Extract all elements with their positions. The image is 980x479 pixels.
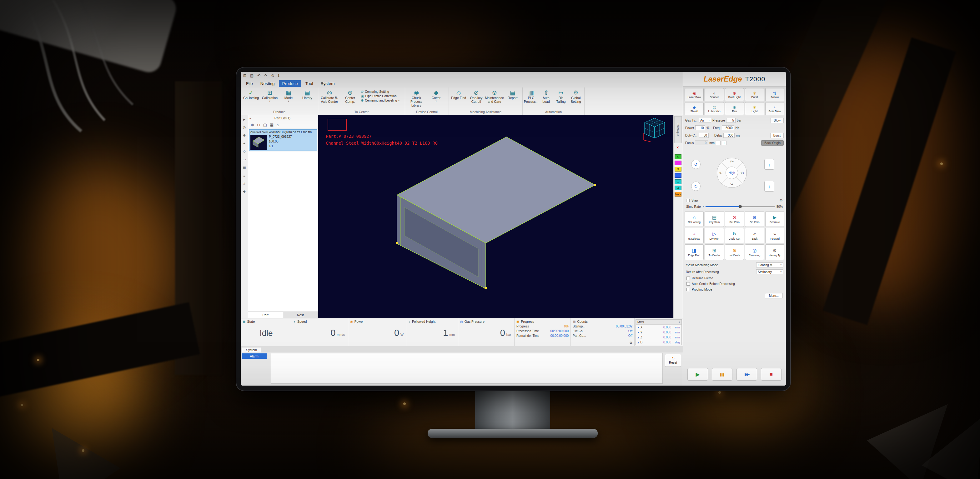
menu-system[interactable]: System bbox=[317, 80, 338, 87]
freq-input[interactable]: 5000 bbox=[722, 125, 734, 130]
manual-center-button[interactable]: ⊕ual Cente bbox=[725, 244, 744, 260]
pilot-light-button[interactable]: ⊕Pilot Light bbox=[725, 88, 744, 101]
close-icon[interactable]: × bbox=[676, 145, 679, 150]
layer-chip[interactable]: L1 bbox=[675, 186, 681, 190]
stop-button[interactable]: ■ bbox=[761, 368, 781, 381]
key-sample-button[interactable]: ▤Key Sam bbox=[705, 211, 724, 227]
start-button[interactable]: ▶ bbox=[687, 368, 708, 381]
layer-chip[interactable]: S bbox=[675, 167, 681, 171]
more-button[interactable]: More... bbox=[765, 293, 783, 298]
check-part-icon[interactable]: ⊙ bbox=[257, 122, 260, 127]
cycle-cut-button[interactable]: ↻Cycle Cut bbox=[725, 228, 744, 243]
view-cube[interactable] bbox=[641, 116, 668, 143]
chuck-process-library-button[interactable]: ◉ Chuck Process Library bbox=[406, 88, 426, 107]
layer-chip[interactable]: L bbox=[675, 154, 681, 159]
shield-button[interactable]: ◆Shield bbox=[685, 102, 704, 115]
dis-tailing-button[interactable]: ↦ Dis Tailing bbox=[554, 88, 568, 104]
redo-icon[interactable]: ↷ bbox=[264, 73, 267, 78]
forward-button[interactable]: »Forward bbox=[765, 228, 784, 243]
app-icon[interactable]: ⊞ bbox=[243, 73, 246, 78]
tab-alarm[interactable]: Alarm bbox=[242, 354, 267, 359]
tab-nest[interactable]: Nest bbox=[283, 312, 318, 318]
grid-tool-icon[interactable]: ▦ bbox=[243, 166, 246, 170]
one-key-cut-off-button[interactable]: ⊘ One-key Cut-off bbox=[468, 88, 485, 104]
save-icon[interactable]: ▤ bbox=[250, 73, 253, 78]
set-zero-button[interactable]: ⊙Set Zero bbox=[725, 211, 744, 227]
delay-input[interactable]: 300 bbox=[723, 133, 735, 138]
return-mode-select[interactable]: Stationary▾ bbox=[756, 269, 783, 274]
layer-chip[interactable] bbox=[675, 173, 681, 178]
pipe-profile-correction-button[interactable]: ▣ Pipe Profile Correction bbox=[361, 94, 399, 98]
b-minus-button[interactable]: ↺ bbox=[691, 160, 700, 169]
burst-button[interactable]: ✳Burst bbox=[745, 88, 764, 101]
pause-button[interactable]: ▮▮ bbox=[712, 368, 732, 381]
shape-tool-icon[interactable]: ◇ bbox=[243, 149, 245, 154]
mode-button[interactable]: ▦ Mode ▾ bbox=[280, 88, 298, 103]
global-setting-button[interactable]: ⚙ Global Setting bbox=[569, 88, 583, 104]
fan-button[interactable]: ⊛Fan bbox=[725, 102, 744, 115]
jog-y-minus[interactable]: Y- bbox=[730, 182, 733, 186]
info-icon[interactable]: ℹ bbox=[278, 73, 280, 78]
pressure-input[interactable]: 5 bbox=[726, 118, 735, 123]
counts-gear-icon[interactable]: ⚙ bbox=[629, 341, 632, 345]
undo-icon[interactable]: ↶ bbox=[257, 73, 260, 78]
jog-dpad[interactable]: Y+ Y- X- X+ High bbox=[717, 158, 747, 188]
proofing-mode-checkbox[interactable] bbox=[686, 288, 690, 291]
tab-system[interactable]: System bbox=[242, 347, 261, 352]
z-up-button[interactable]: ↑ bbox=[764, 159, 774, 170]
reset-button[interactable]: ↻ Reset bbox=[665, 354, 681, 367]
focus-input[interactable]: 0 bbox=[695, 140, 708, 145]
layer-chip[interactable] bbox=[675, 160, 681, 165]
simulate-button[interactable]: ▶Simulate bbox=[765, 211, 784, 227]
y-axis-mode-select[interactable]: Floating M...▾ bbox=[756, 262, 783, 268]
focus-plus-button[interactable]: + bbox=[722, 141, 727, 145]
marker-tool-icon[interactable]: ◆ bbox=[243, 189, 245, 194]
jog-y-plus[interactable]: Y+ bbox=[730, 160, 734, 163]
centering-button[interactable]: ◎Centering bbox=[745, 244, 764, 260]
to-center-button[interactable]: ⊞To Center bbox=[705, 244, 724, 260]
home-part-icon[interactable]: ⌂ bbox=[276, 122, 279, 127]
layer-chip[interactable]: L2 bbox=[675, 179, 681, 184]
report-button[interactable]: ▤ Report bbox=[504, 88, 521, 100]
pan-tool-icon[interactable]: + bbox=[243, 141, 245, 145]
blow-button[interactable]: Blow bbox=[770, 118, 784, 123]
back-origin-button[interactable]: Back Origin bbox=[761, 140, 784, 146]
gohoming-button[interactable]: ✓ GoHoming bbox=[242, 88, 260, 100]
z-down-button[interactable]: ↓ bbox=[764, 181, 774, 192]
menu-nesting[interactable]: Nesting bbox=[257, 80, 278, 87]
back-button[interactable]: «Back bbox=[745, 228, 764, 243]
centering-setting-button[interactable]: ⊙ Centering Setting bbox=[361, 90, 399, 94]
zoom-tool-icon[interactable]: ⊕ bbox=[243, 133, 246, 138]
maintenance-care-button[interactable]: ⊚ Maintenance and Care bbox=[485, 88, 504, 104]
menu-produce[interactable]: Produce bbox=[279, 80, 301, 87]
laser-power-button[interactable]: ◉Laser Pow bbox=[685, 88, 704, 101]
jog-x-minus[interactable]: X- bbox=[719, 171, 722, 174]
centering-leveling-button[interactable]: ⊖ Centering and Leveling ▾ bbox=[361, 98, 399, 102]
part-list-item[interactable]: Channel Steel Width80xHeight40 D2 T2 L10… bbox=[249, 129, 317, 151]
dry-run-button[interactable]: ▷Dry Run bbox=[705, 228, 724, 243]
add-part-icon[interactable]: ⊕ bbox=[251, 122, 254, 127]
resume-pierce-checkbox[interactable] bbox=[686, 276, 690, 280]
slider-knob[interactable] bbox=[739, 205, 742, 208]
follow-button[interactable]: ⇅Follow bbox=[765, 88, 784, 101]
light-button[interactable]: ☀Light bbox=[745, 102, 764, 115]
menu-tool[interactable]: Tool bbox=[302, 80, 317, 87]
log-area[interactable] bbox=[271, 353, 663, 384]
jog-speed-toggle[interactable]: High bbox=[725, 167, 738, 179]
calibration-button[interactable]: ⊞ Calibration ▾ bbox=[261, 88, 279, 103]
focus-minus-button[interactable]: − bbox=[716, 141, 721, 145]
gohoming-action-button[interactable]: ⌂GoHoming bbox=[685, 211, 704, 227]
edge-find-button[interactable]: ◇ Edge Find bbox=[450, 88, 467, 100]
snap-tool-icon[interactable]: # bbox=[243, 182, 245, 185]
frame-tool-icon[interactable]: ▭ bbox=[243, 157, 246, 162]
calibrate-b-axis-center-button[interactable]: ◎ Calibrate B-Axis Center bbox=[320, 88, 339, 104]
burst-action-button[interactable]: Burst bbox=[770, 133, 784, 138]
centering-type-button[interactable]: ⚙ntering Ty bbox=[765, 244, 784, 260]
auto-center-checkbox[interactable] bbox=[686, 282, 690, 285]
lubrication-button[interactable]: ◎Lubricatio bbox=[705, 102, 724, 115]
power-input[interactable]: 10 bbox=[695, 125, 705, 130]
grid-part-icon[interactable]: ▦ bbox=[270, 122, 274, 127]
mcs-selector[interactable]: MCS ▾ bbox=[636, 320, 681, 325]
gas-type-select[interactable]: Air▾ bbox=[698, 118, 711, 123]
resume-button[interactable]: ▶▶ bbox=[737, 368, 757, 381]
